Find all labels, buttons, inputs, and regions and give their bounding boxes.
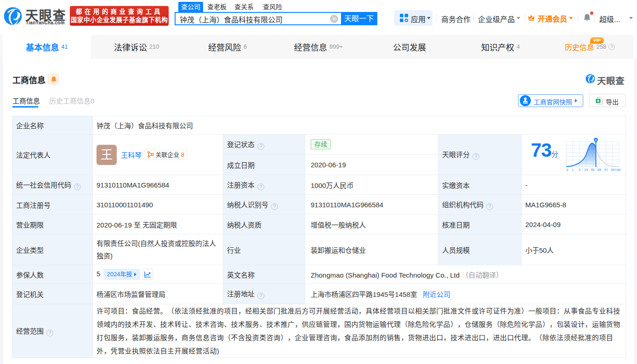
- svg-text:15: 15: [584, 168, 588, 172]
- svg-text:1: 1: [572, 168, 574, 172]
- svg-text:100: 100: [615, 168, 621, 172]
- svg-text:97: 97: [604, 168, 608, 172]
- svg-text:0: 0: [566, 168, 568, 172]
- svg-text:3: 3: [579, 168, 580, 172]
- svg-text:99: 99: [611, 168, 614, 172]
- svg-text:50: 50: [591, 168, 594, 172]
- svg-text:85: 85: [597, 168, 601, 172]
